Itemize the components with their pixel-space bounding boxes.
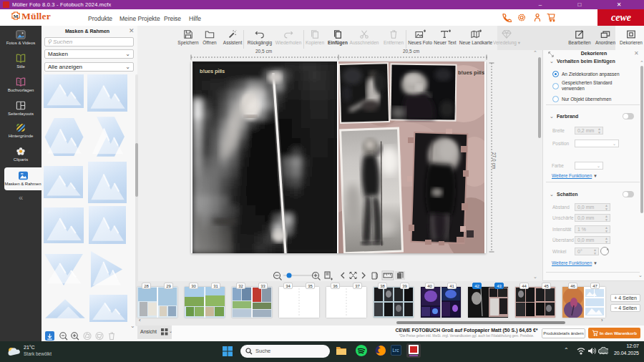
svg-text:b!ues pіlls: b!ues pіlls [200, 68, 225, 74]
svg-text:b!ues pіlls: b!ues pіlls [458, 69, 484, 76]
svg-text:cewe: cewe [611, 12, 631, 23]
svg-text:M: M [14, 14, 19, 19]
